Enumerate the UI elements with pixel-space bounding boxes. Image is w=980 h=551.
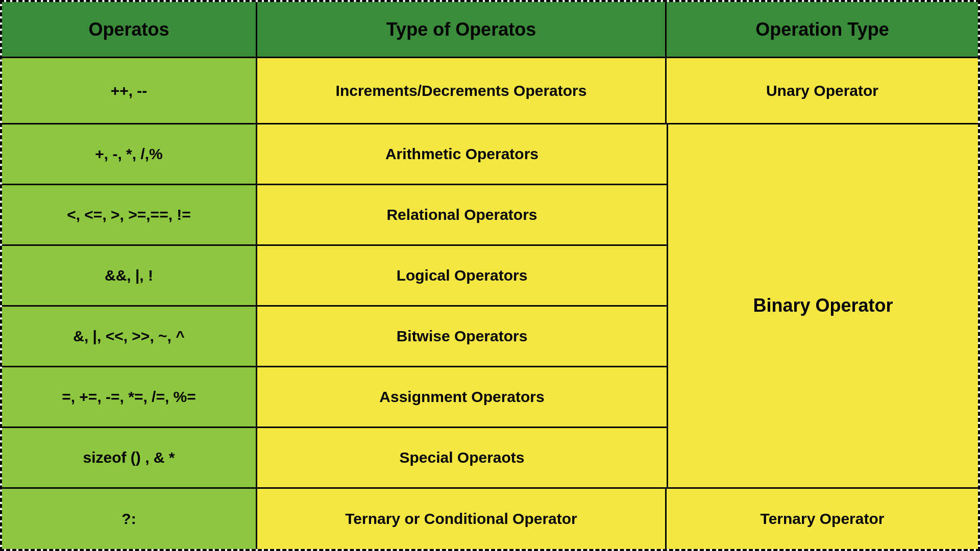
log-type-value: Logical Operators	[397, 267, 528, 284]
ternary-operation-cell: Ternary Operator	[667, 489, 978, 549]
rel-type-cell: Relational Operators	[257, 185, 667, 244]
rel-operators-value: <, <=, >, >=,==, !=	[67, 206, 191, 223]
arith-type-cell: Arithmetic Operators	[257, 124, 667, 184]
unary-type-cell: Increments/Decrements Operators	[257, 58, 667, 123]
binary-operation-value: Binary Operator	[753, 295, 893, 316]
assign-type-cell: Assignment Operators	[257, 367, 667, 427]
header-row: Operatos Type of Operatos Operation Type	[2, 2, 978, 58]
binary-group: +, -, *, /,% <, <=, >, >=,==, != &&, |, …	[2, 124, 978, 489]
ternary-type-cell: Ternary or Conditional Operator	[257, 489, 667, 549]
arith-type-value: Arithmetic Operators	[385, 145, 538, 163]
header-col1: Operatos	[2, 2, 257, 57]
bit-type-value: Bitwise Operators	[397, 328, 528, 345]
table-row: +, -, *, /,%	[2, 124, 257, 185]
assign-type-value: Assignment Operators	[379, 388, 544, 406]
log-operators-cell: &&, |, !	[2, 246, 257, 305]
assign-operators-cell: =, +=, -=, *=, /=, %=	[2, 367, 257, 427]
table-row: Special Operaots	[257, 428, 667, 487]
unary-row: ++, -- Increments/Decrements Operators U…	[2, 58, 978, 124]
ternary-operators-cell: ?:	[2, 489, 257, 549]
unary-operation-value: Unary Operator	[766, 82, 878, 99]
table-row: <, <=, >, >=,==, !=	[2, 185, 257, 246]
unary-operation-cell: Unary Operator	[667, 58, 978, 123]
spec-type-cell: Special Operaots	[257, 428, 667, 487]
header-col2: Type of Operatos	[257, 2, 667, 57]
header-col3: Operation Type	[667, 2, 978, 57]
table-row: &, |, <<, >>, ~, ^	[2, 307, 257, 367]
binary-middle-col: Arithmetic Operators Relational Operator…	[257, 124, 667, 487]
table-row: Arithmetic Operators	[257, 124, 667, 185]
header-col2-label: Type of Operatos	[386, 19, 536, 40]
table-row: &&, |, !	[2, 246, 257, 307]
ternary-row: ?: Ternary or Conditional Operator Terna…	[2, 489, 978, 549]
unary-type-value: Increments/Decrements Operators	[336, 82, 587, 99]
spec-operators-value: sizeof () , & *	[83, 449, 175, 466]
unary-operators-value: ++, --	[111, 82, 148, 99]
assign-operators-value: =, +=, -=, *=, /=, %=	[62, 388, 196, 406]
table-row: Logical Operators	[257, 246, 667, 307]
header-col1-label: Operatos	[88, 19, 169, 40]
bit-type-cell: Bitwise Operators	[257, 307, 667, 366]
spec-type-value: Special Operaots	[399, 449, 524, 466]
ternary-type-value: Ternary or Conditional Operator	[345, 510, 577, 528]
arith-operators-value: +, -, *, /,%	[95, 145, 163, 163]
unary-operators-cell: ++, --	[2, 58, 257, 123]
log-type-cell: Logical Operators	[257, 246, 667, 305]
table-row: Assignment Operators	[257, 367, 667, 428]
ternary-operators-value: ?:	[121, 510, 136, 528]
bit-operators-value: &, |, <<, >>, ~, ^	[73, 328, 185, 345]
spec-operators-cell: sizeof () , & *	[2, 428, 257, 487]
ternary-operation-value: Ternary Operator	[761, 510, 885, 528]
table-row: =, +=, -=, *=, /=, %=	[2, 367, 257, 428]
log-operators-value: &&, |, !	[105, 267, 153, 284]
table-body: ++, -- Increments/Decrements Operators U…	[2, 58, 978, 549]
rel-type-value: Relational Operators	[386, 206, 537, 223]
table-row: Relational Operators	[257, 185, 667, 246]
binary-operation-cell: Binary Operator	[667, 124, 978, 487]
header-col3-label: Operation Type	[755, 19, 889, 40]
table-row: sizeof () , & *	[2, 428, 257, 487]
binary-left-col: +, -, *, /,% <, <=, >, >=,==, != &&, |, …	[2, 124, 257, 487]
arith-operators-cell: +, -, *, /,%	[2, 124, 257, 184]
main-table: Operatos Type of Operatos Operation Type…	[0, 0, 980, 551]
table-row: Bitwise Operators	[257, 307, 667, 367]
rel-operators-cell: <, <=, >, >=,==, !=	[2, 185, 257, 244]
bit-operators-cell: &, |, <<, >>, ~, ^	[2, 307, 257, 366]
